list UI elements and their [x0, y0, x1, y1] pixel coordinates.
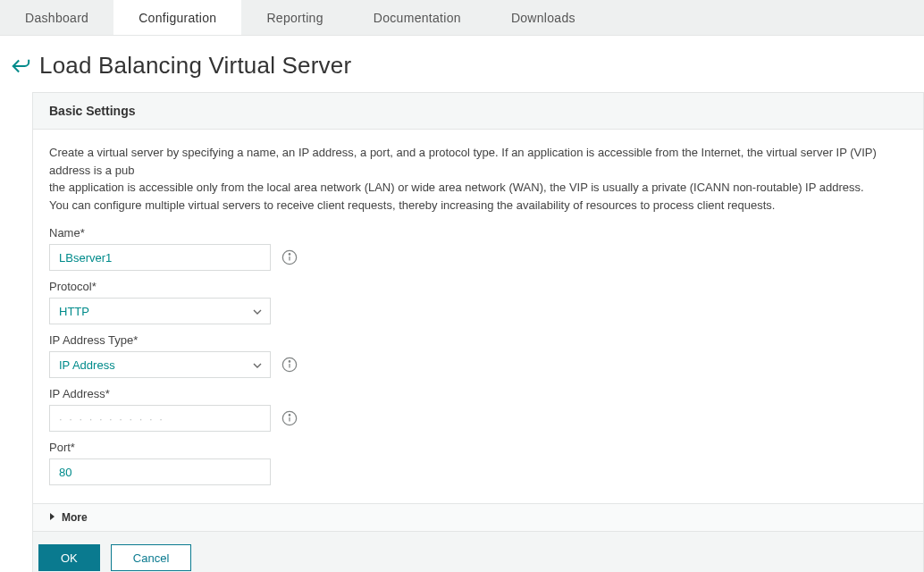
panel-header: Basic Settings [33, 93, 923, 130]
footer-actions: OK Cancel [33, 531, 923, 572]
svg-point-8 [289, 415, 290, 416]
top-tabbar: Dashboard Configuration Reporting Docume… [0, 0, 924, 36]
tab-label: Downloads [511, 11, 575, 25]
desc-line: Create a virtual server by specifying a … [49, 146, 877, 177]
chevron-down-icon [252, 307, 261, 315]
back-arrow-icon[interactable] [9, 55, 32, 78]
ip-type-select[interactable]: IP Address [49, 351, 271, 378]
tab-documentation[interactable]: Documentation [349, 0, 486, 35]
basic-settings-panel: Basic Settings Create a virtual server b… [32, 92, 924, 572]
select-value: HTTP [59, 305, 89, 318]
cancel-button[interactable]: Cancel [111, 544, 191, 571]
page-title: Load Balancing Virtual Server [39, 52, 351, 80]
protocol-select[interactable]: HTTP [49, 298, 271, 324]
tab-configuration[interactable]: Configuration [113, 0, 241, 35]
port-label: Port* [49, 441, 907, 454]
name-input[interactable] [49, 244, 271, 271]
desc-line: You can configure multiple virtual serve… [49, 198, 775, 212]
info-icon[interactable] [281, 357, 298, 373]
tab-reporting[interactable]: Reporting [241, 0, 348, 35]
tab-dashboard[interactable]: Dashboard [0, 0, 113, 35]
info-icon[interactable] [281, 249, 298, 265]
tab-label: Documentation [374, 11, 461, 25]
info-icon[interactable] [281, 410, 298, 426]
desc-line: the application is accessible only from … [49, 181, 864, 194]
tab-label: Configuration [139, 11, 216, 25]
tab-label: Dashboard [25, 11, 88, 25]
tab-label: Reporting [266, 11, 323, 25]
ip-type-label: IP Address Type* [49, 333, 907, 347]
name-label: Name* [49, 226, 907, 240]
select-value: IP Address [59, 358, 115, 372]
protocol-label: Protocol* [49, 280, 907, 293]
ok-button[interactable]: OK [38, 544, 100, 571]
button-label: Cancel [133, 551, 169, 565]
more-label: More [62, 511, 88, 524]
ip-address-input[interactable] [49, 405, 271, 432]
ip-address-label: IP Address* [49, 387, 907, 400]
tab-downloads[interactable]: Downloads [486, 0, 601, 35]
panel-description: Create a virtual server by specifying a … [49, 144, 907, 214]
svg-point-5 [289, 361, 290, 362]
more-toggle[interactable]: More [33, 503, 923, 531]
button-label: OK [61, 551, 78, 565]
chevron-down-icon [252, 360, 261, 369]
svg-point-2 [289, 254, 290, 255]
port-input[interactable] [49, 458, 271, 485]
caret-right-icon [49, 511, 56, 524]
